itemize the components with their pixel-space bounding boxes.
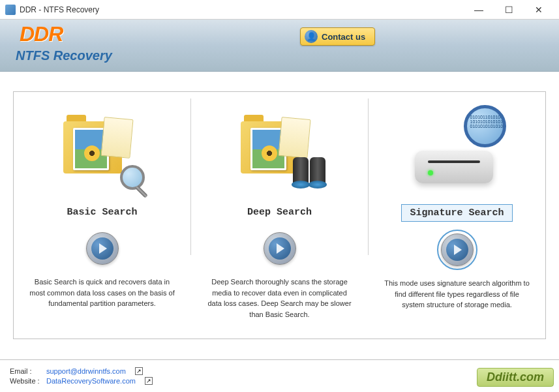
- watermark: Ddiitt.com: [477, 368, 554, 387]
- email-link[interactable]: support@ddrwinntfs.com: [46, 367, 126, 375]
- titlebar: DDR - NTFS Recovery — ☐ ✕: [0, 0, 559, 20]
- email-label: Email :: [10, 367, 42, 375]
- signature-search-play-button[interactable]: [441, 234, 474, 266]
- email-row: Email : support@ddrwinntfs.com ↗: [10, 367, 549, 375]
- app-icon: [5, 5, 16, 15]
- basic-search-icon-area: [63, 105, 142, 196]
- play-icon: [446, 239, 468, 261]
- folder-binoculars-icon: [241, 115, 319, 187]
- header-banner: DDR NTFS Recovery 👤 Contact us: [0, 20, 559, 72]
- contact-label: Contact us: [322, 32, 365, 42]
- logo-subtitle: NTFS Recovery: [16, 48, 112, 63]
- folder-magnifier-icon: [63, 115, 142, 187]
- drive-magnifier-icon: 0101011010100110101010101010010101010101…: [408, 112, 506, 190]
- maximize-button[interactable]: ☐: [494, 1, 524, 19]
- signature-search-description: This mode uses signature search algorith…: [378, 278, 536, 310]
- contact-us-button[interactable]: 👤 Contact us: [300, 27, 375, 46]
- website-link[interactable]: DataRecoverySoftware.com: [46, 377, 136, 385]
- deep-search-play-button[interactable]: [264, 232, 296, 265]
- signature-search-panel: 0101011010100110101010101010010101010101…: [369, 92, 545, 339]
- window-controls: — ☐ ✕: [464, 1, 554, 19]
- basic-search-description: Basic Search is quick and recovers data …: [23, 277, 181, 309]
- content-area: Basic Search Basic Search is quick and r…: [0, 72, 559, 346]
- search-modes-container: Basic Search Basic Search is quick and r…: [13, 91, 546, 339]
- deep-search-panel: Deep Search Deep Search thoroughly scans…: [191, 92, 368, 339]
- website-label: Website :: [10, 377, 42, 385]
- external-link-icon[interactable]: ↗: [145, 377, 153, 385]
- window-title: DDR - NTFS Recovery: [20, 5, 464, 14]
- person-icon: 👤: [305, 30, 318, 43]
- deep-search-title: Deep Search: [239, 204, 320, 220]
- basic-search-play-button[interactable]: [86, 232, 119, 265]
- basic-search-panel: Basic Search Basic Search is quick and r…: [14, 92, 190, 339]
- play-icon: [91, 237, 113, 260]
- basic-search-title: Basic Search: [59, 204, 145, 220]
- signature-search-icon-area: 0101011010100110101010101010010101010101…: [408, 105, 506, 196]
- close-button[interactable]: ✕: [524, 1, 554, 19]
- logo-text: DDR: [20, 22, 63, 46]
- footer: Email : support@ddrwinntfs.com ↗ Website…: [0, 359, 559, 392]
- signature-search-title: Signature Search: [401, 204, 512, 222]
- deep-search-icon-area: [241, 105, 319, 196]
- deep-search-description: Deep Search thoroughly scans the storage…: [201, 277, 358, 320]
- website-row: Website : DataRecoverySoftware.com ↗: [10, 377, 549, 385]
- play-icon: [269, 237, 291, 260]
- external-link-icon[interactable]: ↗: [135, 367, 143, 375]
- minimize-button[interactable]: —: [464, 1, 494, 19]
